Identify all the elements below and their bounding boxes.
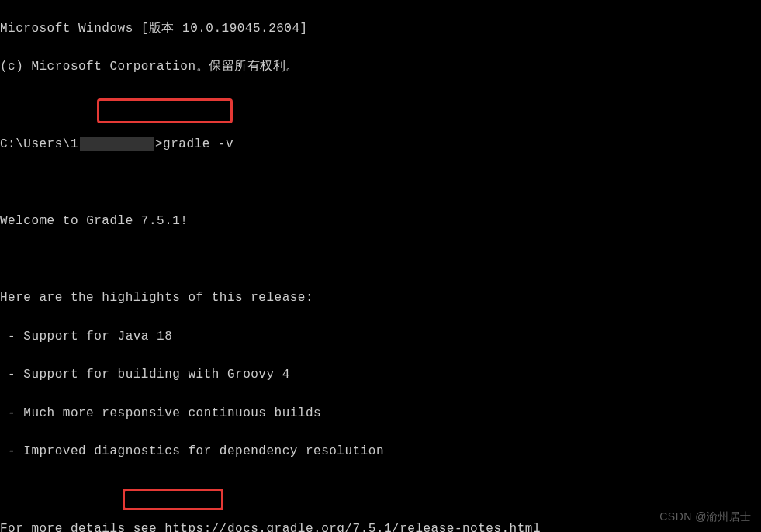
command-prompt-line: C:\Users\1>gradle -v bbox=[0, 135, 761, 154]
welcome-prefix: Welcome to bbox=[0, 214, 86, 228]
terminal-output[interactable]: Microsoft Windows [版本 10.0.19045.2604] (… bbox=[0, 0, 761, 532]
blank-line bbox=[0, 96, 761, 116]
watermark-text: CSDN @渝州居士 bbox=[659, 509, 752, 526]
highlight-item: - Support for Java 18 bbox=[0, 327, 761, 347]
blank-line bbox=[0, 250, 761, 269]
highlight-item: - Improved diagnostics for dependency re… bbox=[0, 442, 761, 461]
windows-version-line: Microsoft Windows [版本 10.0.19045.2604] bbox=[0, 19, 761, 39]
copyright-line: (c) Microsoft Corporation。保留所有权利。 bbox=[0, 57, 761, 77]
gradle-version-highlight: Gradle 7.5.1! bbox=[86, 214, 188, 228]
prompt-command: >gradle -v bbox=[155, 135, 233, 154]
blank-line bbox=[0, 173, 761, 192]
details-link-line: For more details see https://docs.gradle… bbox=[0, 520, 761, 532]
blank-line bbox=[0, 481, 761, 500]
prompt-path-prefix: C:\Users\1 bbox=[0, 135, 78, 154]
highlights-header: Here are the highlights of this release: bbox=[0, 288, 761, 308]
redacted-username bbox=[80, 137, 154, 151]
highlight-item: - Support for building with Groovy 4 bbox=[0, 365, 761, 385]
highlight-item: - Much more responsive continuous builds bbox=[0, 404, 761, 423]
welcome-line: Welcome to Gradle 7.5.1! bbox=[0, 212, 761, 231]
